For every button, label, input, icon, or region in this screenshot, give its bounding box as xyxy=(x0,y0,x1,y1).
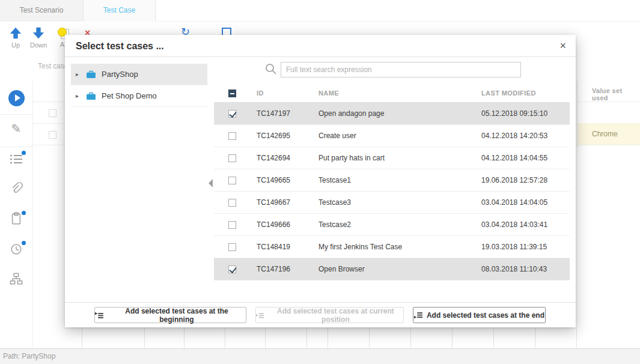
row-name: Open andagon page xyxy=(318,103,384,125)
divider xyxy=(578,145,640,145)
search-icon xyxy=(265,63,277,75)
search-input[interactable] xyxy=(281,62,521,77)
row-id: TC149667 xyxy=(257,192,290,214)
row-checkbox[interactable] xyxy=(228,221,236,229)
table-row[interactable]: TC142695Create user04.12.2018 14:20:53 xyxy=(214,125,570,147)
add-at-beginning-button[interactable]: Add selected test cases at the beginning xyxy=(94,307,246,323)
background-checkbox xyxy=(49,109,56,117)
table-row[interactable]: TC148419My first Jenkins Test Case19.03.… xyxy=(214,236,570,258)
row-modified: 04.12.2018 14:20:53 xyxy=(481,125,547,147)
tree-item[interactable]: ▸PartyShop xyxy=(71,64,207,85)
row-modified: 04.12.2018 14:04:55 xyxy=(481,147,547,169)
divider xyxy=(0,114,32,115)
insert-list-end-icon xyxy=(414,312,422,319)
row-id: TC148419 xyxy=(257,236,290,258)
edit-icon[interactable]: ✎ xyxy=(0,123,32,135)
row-name: Testcase3 xyxy=(318,192,351,214)
move-up-label: Up xyxy=(5,41,26,49)
move-down-button[interactable]: Down xyxy=(28,26,49,49)
table-row[interactable]: TC147197Open andagon page05.12.2018 09:1… xyxy=(214,103,570,125)
expand-caret-icon[interactable]: ▸ xyxy=(76,93,83,99)
divider xyxy=(578,102,640,102)
arrow-up-icon xyxy=(9,26,22,40)
tab-bar: Test Scenario Test Case xyxy=(0,0,640,22)
notification-dot xyxy=(22,151,26,155)
button-label: Add selected test cases at the beginning xyxy=(108,307,246,324)
move-up-button[interactable]: Up xyxy=(5,26,26,49)
column-header-modified[interactable]: LAST MODIFIED xyxy=(481,89,536,97)
divider xyxy=(0,147,32,147)
table-row[interactable]: TC142694Put party hats in cart04.12.2018… xyxy=(214,147,570,169)
steps-list-icon[interactable] xyxy=(0,153,32,168)
row-id: TC142695 xyxy=(257,125,290,147)
arrow-down-icon xyxy=(32,26,45,40)
row-id: TC142694 xyxy=(257,147,290,169)
row-checkbox[interactable] xyxy=(228,154,236,162)
move-down-label: Down xyxy=(28,41,49,49)
row-name: My first Jenkins Test Case xyxy=(318,236,402,258)
grid-line xyxy=(306,327,307,348)
table-row[interactable]: TC147196Open Browser08.03.2018 11:10:43 xyxy=(214,258,570,281)
tree-item[interactable]: ▸Pet Shop Demo xyxy=(71,85,207,107)
grid-line xyxy=(452,327,453,348)
divider xyxy=(33,145,65,145)
column-header-id[interactable]: ID xyxy=(257,89,264,97)
row-modified: 05.12.2018 09:15:10 xyxy=(481,103,547,125)
background-grid xyxy=(0,327,640,348)
add-at-end-button[interactable]: Add selected test cases at the end xyxy=(413,307,546,323)
row-id: TC149665 xyxy=(257,169,290,192)
row-id: TC149666 xyxy=(257,214,290,236)
app-root: Test Scenario Test Case Up Down A... × ↻… xyxy=(0,0,640,364)
notification-dot xyxy=(22,211,26,215)
close-icon[interactable]: × xyxy=(559,35,566,56)
row-name: Testcase1 xyxy=(318,169,351,192)
folder-icon xyxy=(86,70,96,79)
row-checkbox[interactable] xyxy=(228,265,236,273)
grid-line xyxy=(576,327,577,348)
grid-line xyxy=(410,327,411,348)
row-modified: 19.03.2018 11:39:15 xyxy=(481,236,547,258)
divider xyxy=(33,102,65,102)
grid-line xyxy=(225,327,225,348)
grid-line xyxy=(144,327,145,348)
clipboard-icon[interactable] xyxy=(0,212,32,228)
test-case-table: ID NAME LAST MODIFIED TC147197Open andag… xyxy=(214,84,570,281)
collapse-panel-handle[interactable] xyxy=(209,179,213,187)
select-all-checkbox[interactable] xyxy=(228,89,236,97)
history-icon[interactable] xyxy=(0,242,32,258)
grid-line xyxy=(328,327,328,348)
value-set-row[interactable]: Chrome xyxy=(578,123,640,145)
table-row[interactable]: TC149665Testcase119.06.2018 12:57:28 xyxy=(214,169,570,192)
background-table-fragment xyxy=(33,81,65,153)
table-row[interactable]: TC149666Testcase203.04.2018 14:03:41 xyxy=(214,214,570,236)
value-set-cell: Chrome xyxy=(592,130,618,138)
grid-line xyxy=(265,327,266,348)
tree-item-label: PartyShop xyxy=(102,70,138,79)
dialog-header: Select test cases ... × xyxy=(65,35,576,57)
table-header: ID NAME LAST MODIFIED xyxy=(214,84,570,103)
row-modified: 19.06.2018 12:57:28 xyxy=(481,169,547,192)
table-row[interactable]: TC149667Testcase303.04.2018 14:04:05 xyxy=(214,192,570,214)
row-checkbox[interactable] xyxy=(228,132,236,140)
hierarchy-icon[interactable] xyxy=(0,272,32,288)
dialog-title: Select test cases ... xyxy=(76,35,164,57)
value-set-column-header: Value set used xyxy=(592,87,640,102)
attachment-icon[interactable] xyxy=(0,182,32,198)
expand-caret-icon[interactable]: ▸ xyxy=(76,71,83,77)
select-test-cases-dialog: Select test cases ... × ▸PartyShop▸Pet S… xyxy=(65,35,576,327)
row-checkbox[interactable] xyxy=(228,199,236,207)
tab-test-case[interactable]: Test Case xyxy=(84,0,156,22)
add-at-current-position-button: Add selected test cases at current posit… xyxy=(255,307,404,323)
tab-test-scenario[interactable]: Test Scenario xyxy=(0,0,84,22)
column-header-name[interactable]: NAME xyxy=(318,89,339,97)
run-arrow-icon[interactable] xyxy=(0,90,32,109)
status-bar: Path: PartyShop xyxy=(0,349,640,364)
insert-list-current-icon xyxy=(256,312,264,319)
grid-line xyxy=(82,327,82,348)
folder-icon xyxy=(86,92,96,100)
table-body: TC147197Open andagon page05.12.2018 09:1… xyxy=(214,103,570,281)
row-checkbox[interactable] xyxy=(228,177,236,184)
row-checkbox[interactable] xyxy=(228,110,236,118)
row-checkbox[interactable] xyxy=(228,243,236,251)
row-modified: 03.04.2018 14:04:05 xyxy=(481,192,547,214)
